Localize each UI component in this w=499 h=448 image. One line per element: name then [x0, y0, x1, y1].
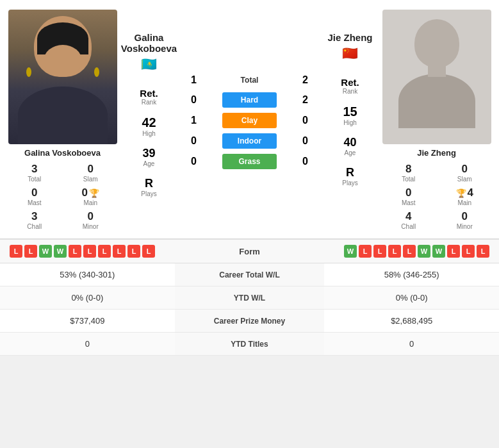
right-plays-value: R — [346, 166, 354, 179]
left-hard-score: 0 — [186, 94, 202, 106]
right-name-item: Jie Zheng 🇨🇳 — [327, 32, 372, 61]
indoor-button[interactable]: Indoor — [222, 133, 277, 149]
stats-right-val: $2,688,495 — [324, 310, 499, 333]
left-rank-label: Rank — [142, 99, 156, 106]
right-main-stat-with-trophy: 🏆 4 Main — [437, 185, 493, 208]
center-column: Galina Voskoboeva 🇰🇿 Ret. Rank 42 High 3… — [119, 10, 380, 232]
right-age-label: Age — [345, 149, 356, 156]
form-badge: L — [142, 245, 155, 258]
right-player-photo — [382, 10, 491, 144]
stats-row: $737,409 Career Prize Money $2,688,495 — [0, 310, 499, 333]
right-clay-score: 0 — [297, 115, 313, 126]
right-plays-label: Plays — [342, 179, 357, 187]
right-high-label: High — [343, 119, 357, 126]
stats-row: 0% (0-0) YTD W/L 0% (0-0) — [0, 286, 499, 310]
form-badge: W — [418, 245, 430, 258]
right-minor-stat: 0 Minor — [437, 208, 493, 232]
stats-center-label: YTD Titles — [175, 333, 325, 356]
right-chall-stat: 4 Chall — [380, 208, 437, 232]
comparison-wrapper: Galina Voskoboeva 3 Total 0 Slam 0 Mast — [0, 0, 499, 238]
form-badge: L — [359, 245, 372, 258]
left-age-label: Age — [143, 160, 155, 167]
stats-left-val: 0% (0-0) — [0, 286, 175, 310]
left-high-label: High — [142, 130, 156, 137]
left-chall-stat: 3 Chall — [6, 208, 63, 232]
form-badge: L — [69, 245, 81, 258]
stats-center-label: YTD W/L — [175, 286, 325, 310]
left-player-name-top2: Voskoboeva — [121, 43, 177, 54]
stats-table: 53% (340-301) Career Total W/L 58% (346-… — [0, 263, 499, 356]
clay-surface-row: 1 Clay 0 — [183, 110, 316, 131]
stats-left-val: 0 — [0, 333, 175, 356]
right-player-name: Jie Zheng — [417, 148, 456, 158]
right-form-badges: WLLLLWWLLL — [275, 245, 490, 258]
form-badge: L — [10, 245, 22, 258]
right-age-value: 40 — [343, 136, 356, 149]
form-badge: L — [83, 245, 96, 258]
left-rank-value: Ret. — [140, 88, 158, 99]
right-stats-grid: 8 Total 0 Slam 0 Mast 🏆 4 Main — [380, 161, 493, 232]
left-rank-col: Galina Voskoboeva 🇰🇿 Ret. Rank 42 High 3… — [119, 10, 179, 232]
main-container: Galina Voskoboeva 3 Total 0 Slam 0 Mast — [0, 0, 499, 356]
left-total-stat: 3 Total — [6, 161, 63, 185]
right-rank-label: Rank — [343, 88, 357, 95]
stats-center-label: Career Total W/L — [175, 263, 325, 286]
hard-button[interactable]: Hard — [222, 92, 277, 108]
total-label: Total — [241, 76, 259, 85]
indoor-surface-row: 0 Indoor 0 — [183, 131, 316, 151]
right-slam-stat: 0 Slam — [437, 161, 493, 185]
total-surface-row: 1 Total 2 — [183, 71, 316, 90]
right-player-block: Jie Zheng 8 Total 0 Slam 0 Mast � — [380, 10, 493, 232]
stats-center-label: Career Prize Money — [175, 310, 325, 333]
form-section: LLWWLLLLLL Form WLLLLWWLLL — [0, 239, 499, 263]
form-badge: W — [432, 245, 445, 258]
right-rank-box: Ret. Rank — [341, 77, 359, 95]
left-minor-stat: 0 Minor — [63, 208, 119, 232]
form-badge: L — [447, 245, 460, 258]
form-badge: L — [477, 245, 489, 258]
left-player-name: Galina Voskoboeva — [24, 148, 101, 158]
stats-row: 0 YTD Titles 0 — [0, 333, 499, 356]
left-total-score: 1 — [186, 74, 202, 86]
left-high-box: 42 High — [142, 115, 156, 137]
form-badge: L — [127, 245, 140, 258]
right-rank-col: Jie Zheng 🇨🇳 Ret. Rank 15 High 40 Age R — [320, 10, 380, 232]
left-clay-score: 1 — [186, 115, 202, 126]
form-badge: L — [403, 245, 416, 258]
left-player-photo — [8, 10, 117, 144]
left-main-stat-with-trophy: 0 🏆 Main — [63, 185, 119, 208]
left-plays-label: Plays — [141, 190, 156, 197]
right-high-box: 15 High — [343, 104, 357, 126]
form-label: Form — [224, 247, 275, 256]
right-age-box: 40 Age — [343, 136, 356, 156]
left-high-value: 42 — [142, 115, 156, 130]
right-trophy-icon: 🏆 — [456, 188, 466, 198]
stats-right-val: 0% (0-0) — [324, 286, 499, 310]
form-badge: L — [113, 245, 126, 258]
clay-button[interactable]: Clay — [222, 113, 277, 128]
left-player-block: Galina Voskoboeva 3 Total 0 Slam 0 Mast — [6, 10, 119, 232]
left-grass-score: 0 — [186, 156, 202, 167]
left-flag: 🇰🇿 — [141, 56, 157, 72]
left-slam-stat: 0 Slam — [63, 161, 119, 185]
grass-button[interactable]: Grass — [222, 154, 277, 169]
right-player-name-top: Jie Zheng — [327, 32, 372, 43]
left-form-badges: LLWWLLLLLL — [10, 245, 224, 258]
left-mast-stat: 0 Mast — [6, 185, 63, 208]
left-rank-box: Ret. Rank — [140, 88, 158, 106]
stats-left-val: $737,409 — [0, 310, 175, 333]
right-grass-score: 0 — [297, 156, 313, 167]
right-flag: 🇨🇳 — [342, 46, 358, 61]
right-mast-stat: 0 Mast — [380, 185, 437, 208]
grass-surface-row: 0 Grass 0 — [183, 151, 316, 172]
form-badge: L — [462, 245, 475, 258]
form-badge: W — [39, 245, 52, 258]
stats-right-val: 58% (346-255) — [324, 263, 499, 286]
form-badge: L — [98, 245, 111, 258]
right-plays-box: R Plays — [342, 166, 357, 187]
left-stats-grid: 3 Total 0 Slam 0 Mast 0 🏆 Main — [6, 161, 119, 232]
stats-left-val: 53% (340-301) — [0, 263, 175, 286]
right-indoor-score: 0 — [297, 135, 313, 147]
left-trophy-icon: 🏆 — [89, 188, 99, 198]
right-total-stat: 8 Total — [380, 161, 437, 185]
